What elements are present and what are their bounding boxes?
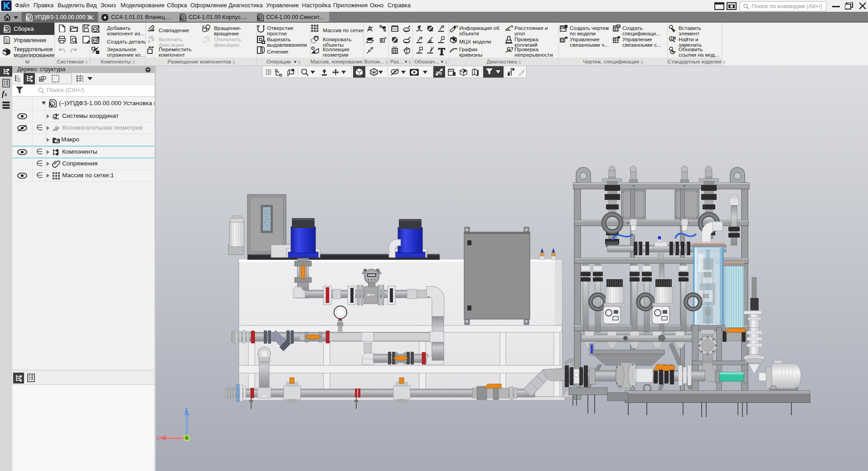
svg-text:Z: Z bbox=[184, 406, 188, 413]
svg-text:X: X bbox=[156, 435, 160, 442]
svg-text:12: 12 bbox=[17, 80, 20, 83]
